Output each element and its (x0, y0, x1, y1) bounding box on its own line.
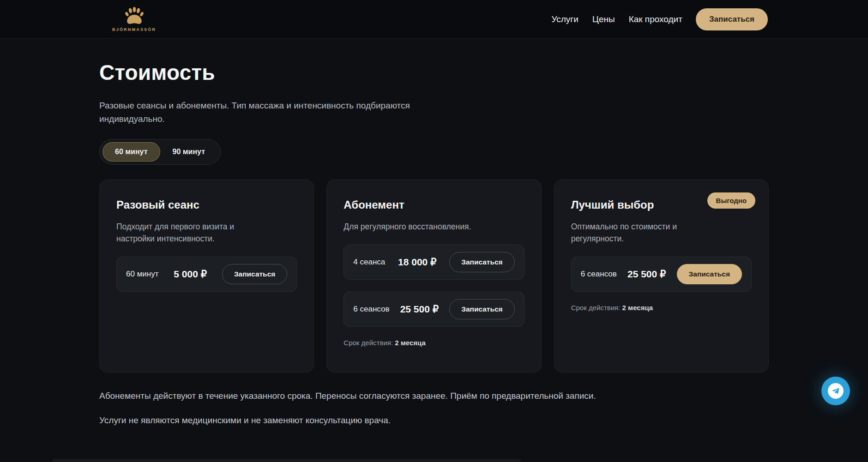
nav-link-services[interactable]: Услуги (551, 14, 578, 24)
note-subscription-terms: Абонементы действуют в течение указанног… (99, 389, 598, 402)
duration-option-90[interactable]: 90 минут (160, 142, 218, 162)
price-row-price: 25 500 ₽ (400, 304, 439, 315)
duration-option-60[interactable]: 60 минут (102, 142, 160, 162)
price-row: 6 сеансов 25 500 ₽ Записаться (344, 292, 524, 327)
page-title: Стоимость (99, 60, 769, 85)
signup-button[interactable]: Записаться (222, 264, 287, 284)
nav-link-how-it-works[interactable]: Как проходит (629, 14, 682, 24)
price-row-price: 5 000 ₽ (174, 269, 207, 280)
pricing-cards: Разовый сеанс Подходит для первого визит… (99, 180, 769, 372)
price-row-price: 25 500 ₽ (627, 269, 666, 280)
card-title: Разовый сеанс (116, 198, 297, 211)
card-best-choice: Выгодно Лучший выбор Оптимально по стоим… (554, 180, 769, 372)
main-nav: Услуги Цены Как проходит (551, 14, 682, 24)
note-medical-disclaimer: Услуги не являются медицинскими и не зам… (99, 414, 598, 427)
validity-label: Срок действия: (571, 304, 621, 312)
price-row: 4 сеанса 18 000 ₽ Записаться (344, 245, 524, 280)
price-row-label: 6 сеансов (353, 305, 389, 314)
telegram-fab-button[interactable] (821, 377, 850, 405)
signup-button[interactable]: Записаться (449, 299, 514, 319)
price-row-label: 4 сеанса (353, 258, 385, 267)
price-row: 6 сеансов 25 500 ₽ Записаться (571, 257, 752, 292)
card-single-session: Разовый сеанс Подходит для первого визит… (99, 180, 314, 372)
price-row: 60 минут 5 000 ₽ Записаться (116, 257, 297, 292)
nav-link-prices[interactable]: Цены (592, 14, 615, 24)
validity-note: Срок действия: 2 месяца (344, 339, 524, 347)
bear-paw-logo-icon (123, 6, 145, 26)
validity-label: Срок действия: (344, 339, 393, 347)
footer-notes: Абонементы действуют в течение указанног… (99, 389, 598, 427)
price-row-label: 6 сеансов (581, 270, 617, 279)
validity-value: 2 месяца (622, 304, 653, 312)
brand-logo[interactable]: BJÖRNMASSÖR (112, 6, 156, 32)
telegram-icon (828, 383, 844, 399)
site-header: BJÖRNMASSÖR Услуги Цены Как проходит Зап… (0, 0, 868, 39)
page-subtitle: Разовые сеансы и абонементы. Тип массажа… (99, 99, 432, 126)
card-description: Подходит для первого визита и настройки … (116, 221, 269, 245)
card-title: Абонемент (344, 198, 524, 211)
duration-toggle: 60 минут 90 минут (99, 139, 221, 165)
price-row-price: 18 000 ₽ (398, 257, 436, 268)
card-description: Оптимально по стоимости и регулярности. (571, 221, 723, 245)
validity-note: Срок действия: 2 месяца (571, 304, 752, 312)
card-description: Для регулярного восстановления. (344, 221, 496, 233)
signup-button-gold[interactable]: Записаться (677, 264, 742, 284)
header-signup-button[interactable]: Записаться (696, 8, 768, 30)
next-section-edge (52, 459, 521, 462)
pricing-section: Стоимость Разовые сеансы и абонементы. Т… (99, 39, 769, 427)
validity-value: 2 месяца (395, 339, 426, 347)
signup-button[interactable]: Записаться (449, 252, 514, 272)
price-row-label: 60 минут (126, 270, 159, 279)
card-subscription: Абонемент Для регулярного восстановления… (326, 180, 541, 372)
brand-name: BJÖRNMASSÖR (112, 27, 156, 32)
best-value-badge: Выгодно (707, 192, 755, 209)
